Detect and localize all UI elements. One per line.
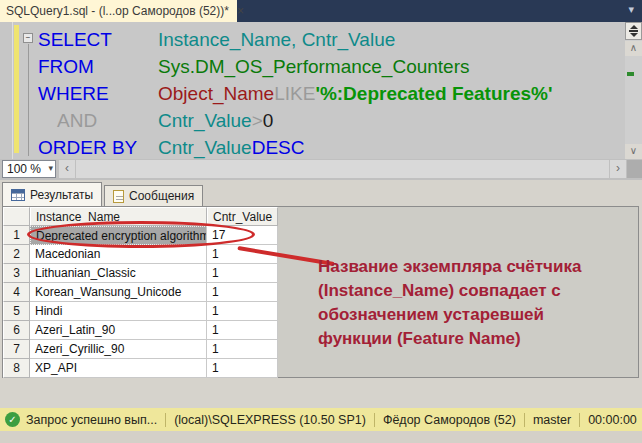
annotation-text-line: обозначением устаревшей — [318, 303, 630, 327]
fold-guide-line — [28, 44, 29, 156]
zoom-dropdown-icon[interactable]: ▾ — [48, 163, 53, 173]
row-header[interactable]: 7 — [3, 340, 30, 359]
table-row[interactable]: 8 XP_API 1 — [3, 359, 638, 378]
ssms-window: SQLQuery1.sql - (l...op Самородов (52))*… — [0, 0, 642, 443]
row-header[interactable]: 6 — [3, 321, 30, 340]
row-header[interactable]: 8 — [3, 359, 30, 378]
sql-keyword: AND — [38, 107, 158, 134]
status-message: Запрос успешно вып... — [26, 413, 165, 427]
zoom-level-combo[interactable]: 100 % ▾ — [2, 160, 56, 178]
row-header[interactable]: 5 — [3, 302, 30, 321]
sql-number-literal: 0 — [263, 107, 274, 134]
annotation-ellipse — [27, 221, 255, 248]
status-elapsed-time: 00:00:00 — [579, 413, 642, 427]
scroll-annotation-mark — [627, 72, 634, 76]
editor-bottom-bar: 100 % ▾ ‹ › — [0, 159, 642, 180]
collapse-region-icon[interactable]: − — [23, 33, 33, 43]
splitter-handle-icon[interactable] — [625, 22, 642, 40]
annotation-text-line: Название экземпляра счётчика — [318, 255, 630, 279]
scroll-up-icon[interactable]: ∧ — [625, 41, 642, 56]
sql-line-from: FROMSys.DM_OS_Performance_Counters — [38, 53, 553, 80]
zoom-level-value: 100 % — [7, 162, 41, 176]
tab-list-dropdown-icon[interactable]: ▾ — [628, 3, 634, 16]
query-editor[interactable]: − SELECTInstance_Name, Cntr_Value FROMSy… — [0, 22, 642, 159]
sql-operator: > — [252, 107, 263, 134]
splitter-bar — [629, 30, 638, 32]
sql-line-orderby: ORDER BYCntr_Value DESC — [38, 134, 553, 161]
close-icon[interactable]: × — [237, 5, 244, 17]
sql-keyword: SELECT — [38, 26, 158, 53]
cell-instance-name[interactable]: Hindi — [30, 302, 207, 321]
status-server: (local)\SQLEXPRESS (10.50 SP1) — [165, 413, 374, 427]
tab-results-label: Результаты — [30, 188, 93, 202]
sql-column-name: Object_Name — [158, 80, 274, 107]
annotation-text: Название экземпляра счётчика (Instance_N… — [318, 255, 630, 351]
cell-instance-name[interactable]: XP_API — [30, 359, 207, 378]
sql-code: SELECTInstance_Name, Cntr_Value FROMSys.… — [38, 26, 553, 161]
status-database: master — [524, 413, 579, 427]
sql-column-name: Cntr_Value — [158, 134, 252, 161]
row-header[interactable]: 4 — [3, 283, 30, 302]
scrollbar-corner — [627, 160, 642, 178]
splitter-up-arrow — [630, 25, 638, 29]
document-tab-bar: SQLQuery1.sql - (l...op Самородов (52))*… — [0, 0, 642, 22]
cell-instance-name[interactable]: Macedonian — [30, 245, 207, 264]
results-pane: Результаты Сообщения Instance_Name Cntr_… — [0, 180, 642, 408]
status-bar: ✓ Запрос успешно вып... (local)\SQLEXPRE… — [0, 408, 642, 431]
sql-line-and: ANDCntr_Value > 0 — [38, 107, 553, 134]
sql-string-literal: '%:Deprecated Features%' — [315, 80, 552, 107]
success-check-icon: ✓ — [5, 412, 20, 427]
editor-vertical-scrollbar[interactable]: ∧ ∨ — [625, 22, 642, 159]
tab-results[interactable]: Результаты — [2, 182, 102, 206]
annotation-text-line: (Instance_Name) совпадает с — [318, 279, 630, 303]
status-user: Фёдор Самородов (52) — [374, 413, 524, 427]
sql-keyword: FROM — [38, 53, 158, 80]
sql-operator: LIKE — [274, 80, 315, 107]
column-header-cntr-value[interactable]: Cntr_Value — [207, 207, 278, 226]
cell-cntr-value[interactable]: 1 — [207, 302, 278, 321]
cell-cntr-value[interactable]: 1 — [207, 321, 278, 340]
tab-messages-label: Сообщения — [129, 189, 194, 203]
cell-cntr-value[interactable]: 1 — [207, 264, 278, 283]
editor-horizontal-scrollbar[interactable] — [76, 160, 609, 178]
cell-cntr-value[interactable]: 1 — [207, 340, 278, 359]
sql-keyword: WHERE — [38, 80, 158, 107]
document-tab-title: SQLQuery1.sql - (l...op Самородов (52))* — [6, 4, 229, 18]
tab-messages[interactable]: Сообщения — [104, 185, 203, 206]
grid-corner-cell[interactable] — [3, 207, 30, 226]
row-header[interactable]: 1 — [3, 226, 30, 245]
cell-instance-name[interactable]: Azeri_Cyrillic_90 — [30, 340, 207, 359]
scroll-right-icon[interactable]: › — [610, 160, 626, 178]
scroll-down-icon[interactable]: ∨ — [625, 144, 642, 159]
sql-line-where: WHEREObject_Name LIKE '%:Deprecated Feat… — [38, 80, 553, 107]
window-bottom-strip — [0, 431, 642, 443]
sql-columns: Instance_Name, Cntr_Value — [158, 26, 395, 53]
sql-table-name: Sys.DM_OS_Performance_Counters — [158, 53, 470, 80]
cell-instance-name[interactable]: Lithuanian_Classic — [30, 264, 207, 283]
splitter-down-arrow — [630, 33, 638, 37]
cell-instance-name[interactable]: Azeri_Latin_90 — [30, 321, 207, 340]
editor-selection-margin — [0, 22, 13, 159]
row-header[interactable]: 3 — [3, 264, 30, 283]
sql-keyword: DESC — [252, 134, 305, 161]
sql-line-select: SELECTInstance_Name, Cntr_Value — [38, 26, 553, 53]
sql-column-name: Cntr_Value — [158, 107, 252, 134]
annotation-text-line: функции (Feature Name) — [318, 327, 630, 351]
change-tracking-bar — [14, 25, 19, 153]
results-grid-icon — [11, 189, 25, 201]
cell-cntr-value[interactable]: 1 — [207, 283, 278, 302]
messages-icon — [113, 190, 124, 203]
sql-keyword: ORDER BY — [38, 134, 158, 161]
cell-cntr-value[interactable]: 1 — [207, 359, 278, 378]
cell-instance-name[interactable]: Korean_Wansung_Unicode — [30, 283, 207, 302]
document-tab[interactable]: SQLQuery1.sql - (l...op Самородов (52))*… — [0, 0, 237, 22]
row-header[interactable]: 2 — [3, 245, 30, 264]
scroll-left-icon[interactable]: ‹ — [59, 160, 75, 178]
